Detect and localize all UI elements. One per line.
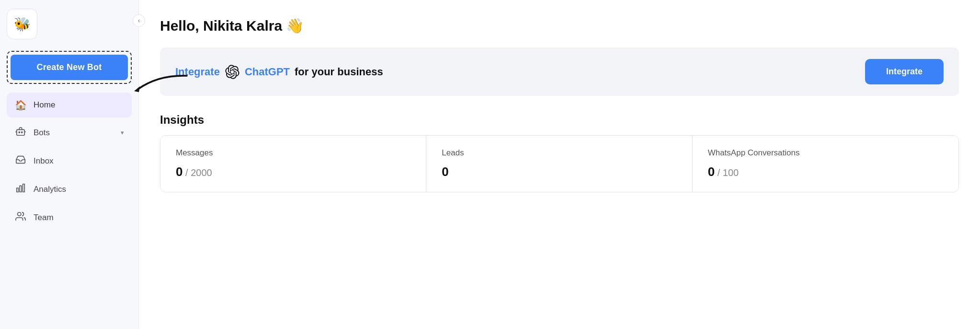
create-bot-wrapper: Create New Bot <box>7 51 132 84</box>
banner-highlight: ChatGPT <box>245 66 290 78</box>
insight-label-leads: Leads <box>442 148 676 158</box>
chatgpt-icon <box>225 64 240 80</box>
create-new-bot-button[interactable]: Create New Bot <box>11 55 128 80</box>
app-logo: 🐝 <box>7 9 37 39</box>
svg-rect-0 <box>17 129 25 135</box>
insight-number: 0 <box>442 164 448 179</box>
insight-value-whatsapp: 0 / 100 <box>708 164 943 179</box>
banner-text: Integrate ChatGPT for your business <box>175 64 383 80</box>
sidebar-item-analytics[interactable]: Analytics <box>7 176 132 202</box>
sidebar-item-inbox[interactable]: Inbox <box>7 148 132 174</box>
insight-total: / 100 <box>715 167 739 178</box>
insight-label-whatsapp: WhatsApp Conversations <box>708 148 943 158</box>
integration-banner: Integrate ChatGPT for your business Inte… <box>160 47 959 96</box>
sidebar-item-label: Inbox <box>34 156 124 166</box>
sidebar-item-bots[interactable]: Bots ▾ <box>7 119 132 146</box>
svg-point-8 <box>18 212 21 216</box>
sidebar-item-label: Analytics <box>34 185 124 194</box>
main-content: Hello, Nikita Kalra 👋 Integrate ChatGPT … <box>139 0 980 329</box>
analytics-icon <box>14 183 27 196</box>
sidebar: 🐝 ‹ Create New Bot 🏠 Home Bots ▾ <box>0 0 139 329</box>
insights-title: Insights <box>160 113 959 127</box>
logo-area: 🐝 <box>7 9 132 39</box>
home-icon: 🏠 <box>14 99 27 111</box>
chevron-down-icon: ▾ <box>121 129 124 136</box>
svg-point-1 <box>19 132 20 133</box>
insight-card-leads: Leads 0 <box>426 136 692 192</box>
sidebar-item-label: Bots <box>34 128 114 138</box>
insight-number: 0 <box>176 164 182 179</box>
bots-icon <box>14 126 27 139</box>
page-greeting: Hello, Nikita Kalra 👋 <box>160 17 959 34</box>
collapse-icon: ‹ <box>138 17 140 24</box>
sidebar-item-label: Home <box>34 100 124 110</box>
logo-emoji: 🐝 <box>14 16 31 32</box>
sidebar-item-team[interactable]: Team <box>7 204 132 231</box>
insight-value-messages: 0 / 2000 <box>176 164 410 179</box>
inbox-icon <box>14 154 27 167</box>
team-icon <box>14 211 27 224</box>
insight-card-whatsapp: WhatsApp Conversations 0 / 100 <box>693 136 958 192</box>
insight-number: 0 <box>708 164 715 179</box>
insights-grid: Messages 0 / 2000 Leads 0 WhatsApp Conve… <box>160 135 959 192</box>
insight-total: / 2000 <box>182 167 212 178</box>
svg-rect-6 <box>20 186 22 192</box>
sidebar-item-label: Team <box>34 213 124 223</box>
banner-prefix: Integrate <box>175 66 220 78</box>
integrate-button[interactable]: Integrate <box>865 59 944 84</box>
svg-rect-7 <box>23 184 25 192</box>
svg-point-2 <box>22 132 23 133</box>
svg-rect-5 <box>17 188 19 192</box>
banner-suffix: for your business <box>295 66 383 78</box>
insight-card-messages: Messages 0 / 2000 <box>160 136 426 192</box>
insight-value-leads: 0 <box>442 164 676 179</box>
sidebar-item-home[interactable]: 🏠 Home <box>7 93 132 118</box>
collapse-sidebar-button[interactable]: ‹ <box>133 14 145 27</box>
insight-label-messages: Messages <box>176 148 410 158</box>
